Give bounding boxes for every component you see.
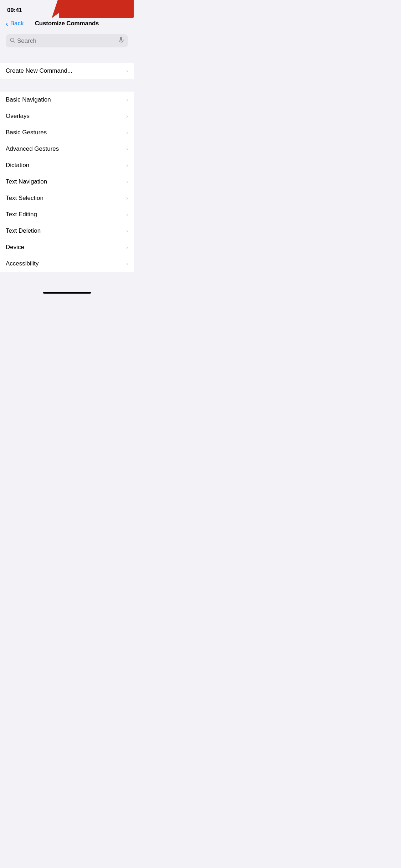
status-time: 09:41 [7, 7, 22, 14]
menu-item-label: Advanced Gestures [6, 145, 59, 153]
menu-item-label: Basic Navigation [6, 96, 51, 103]
menu-item-chevron-icon: › [126, 195, 128, 201]
back-chevron-icon: ‹ [6, 20, 8, 28]
menu-item-text-navigation[interactable]: Text Navigation › [0, 174, 134, 190]
svg-line-1 [14, 41, 15, 42]
menu-item-label: Text Selection [6, 195, 43, 202]
status-bar: 09:41 [0, 0, 134, 16]
menu-item-basic-gestures[interactable]: Basic Gestures › [0, 124, 134, 141]
menu-item-chevron-icon: › [126, 179, 128, 185]
home-indicator [43, 292, 91, 294]
menu-item-text-editing[interactable]: Text Editing › [0, 206, 134, 223]
menu-item-chevron-icon: › [126, 228, 128, 234]
svg-rect-2 [120, 37, 122, 41]
search-input[interactable] [17, 37, 117, 45]
menu-item-label: Overlays [6, 113, 30, 120]
status-icons [101, 7, 127, 13]
menu-item-label: Device [6, 244, 24, 251]
nav-bar: ‹ Back Customize Commands [0, 16, 134, 31]
create-new-command-label: Create New Command... [6, 67, 72, 74]
menu-item-chevron-icon: › [126, 212, 128, 217]
menu-item-device[interactable]: Device › [0, 239, 134, 255]
menu-item-label: Dictation [6, 162, 29, 169]
menu-item-label: Text Deletion [6, 227, 41, 234]
bottom-gap [0, 272, 134, 284]
menu-item-dictation[interactable]: Dictation › [0, 157, 134, 174]
menu-item-chevron-icon: › [126, 130, 128, 135]
menu-item-overlays[interactable]: Overlays › [0, 108, 134, 124]
menu-item-accessibility[interactable]: Accessibility › [0, 255, 134, 272]
menu-item-basic-navigation[interactable]: Basic Navigation › [0, 92, 134, 108]
menu-item-chevron-icon: › [126, 97, 128, 103]
menu-list: Basic Navigation › Overlays › Basic Gest… [0, 92, 134, 272]
search-bar[interactable] [6, 34, 128, 47]
create-new-command-item[interactable]: Create New Command... › [0, 63, 134, 79]
bottom-bar [0, 284, 134, 296]
section-gap-top [0, 50, 134, 63]
menu-item-text-deletion[interactable]: Text Deletion › [0, 223, 134, 239]
menu-item-label: Text Navigation [6, 178, 47, 185]
wifi-icon [110, 7, 115, 13]
create-section: Create New Command... › [0, 63, 134, 79]
create-chevron-icon: › [126, 68, 128, 74]
menu-item-advanced-gestures[interactable]: Advanced Gestures › [0, 141, 134, 157]
menu-item-chevron-icon: › [126, 146, 128, 152]
menu-item-chevron-icon: › [126, 261, 128, 267]
signal-bars-icon [101, 8, 108, 12]
menu-item-chevron-icon: › [126, 244, 128, 250]
back-label: Back [10, 20, 24, 27]
page-title: Customize Commands [35, 20, 99, 27]
battery-icon [118, 8, 127, 12]
menu-item-label: Accessibility [6, 260, 39, 267]
back-button[interactable]: ‹ Back [6, 20, 24, 28]
menu-item-chevron-icon: › [126, 162, 128, 168]
mic-icon[interactable] [119, 37, 124, 45]
search-container [0, 31, 134, 50]
section-gap-bottom [0, 79, 134, 92]
menu-item-label: Text Editing [6, 211, 37, 218]
search-icon [10, 38, 15, 44]
menu-item-text-selection[interactable]: Text Selection › [0, 190, 134, 206]
annotation-section: Create New Command... › [0, 50, 134, 92]
menu-item-chevron-icon: › [126, 113, 128, 119]
menu-item-label: Basic Gestures [6, 129, 47, 136]
